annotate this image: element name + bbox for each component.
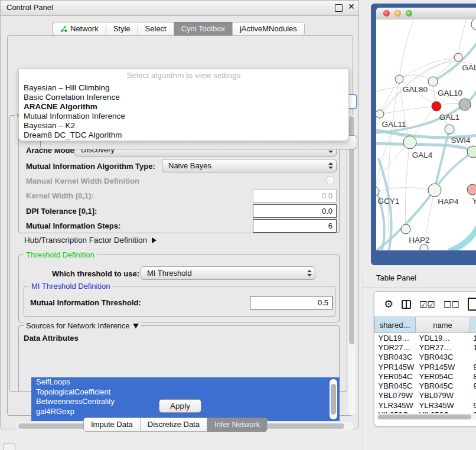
mi-threshold-field[interactable]: 0.5 (250, 296, 332, 309)
table-cell: YBR043C (416, 353, 470, 362)
minimize-window-icon[interactable] (395, 10, 401, 17)
node-bottom[interactable] (420, 244, 428, 250)
mi-threshold-definition-title: MI Threshold Definition (29, 282, 112, 291)
network-window-titlebar[interactable] (376, 8, 476, 20)
algorithm-option-mutual-information-inference[interactable]: Mutual Information Inference (19, 112, 348, 121)
node-salmon[interactable] (467, 184, 476, 195)
attribute-item-topologicalcoefficient[interactable]: TopologicalCoefficient (31, 387, 340, 397)
algorithm-option-bayesian-k2[interactable]: Bayesian – K2 (19, 121, 348, 131)
panel-splitter[interactable] (363, 269, 363, 450)
tab-infer-network[interactable]: Infer Network (207, 418, 268, 432)
attribute-item-selfloops[interactable]: SelfLoops (31, 377, 340, 387)
mi-threshold-definition-group: MI Threshold Definition Mutual Informati… (24, 286, 335, 317)
manual-kernel-checkbox[interactable] (327, 177, 334, 184)
network-edge[interactable] (399, 19, 413, 79)
select-all-icon[interactable]: ☑☑ (419, 300, 435, 309)
network-edge[interactable] (405, 142, 410, 229)
which-threshold-combo[interactable]: MI Threshold (141, 266, 315, 280)
table-row[interactable]: YLR345WYLR345W9. (375, 400, 476, 410)
node-gal-top[interactable] (454, 53, 462, 61)
tab-discretize-data[interactable]: Discretize Data (141, 418, 207, 432)
node-gray[interactable] (459, 99, 471, 110)
dpi-tolerance-field[interactable]: 0.0 (253, 204, 337, 218)
close-panel-icon[interactable]: ✕ (348, 4, 354, 10)
panel-toggle-button[interactable] (4, 444, 15, 450)
table-row[interactable]: YBL079WYBL079W (375, 391, 476, 400)
network-edge[interactable] (433, 43, 476, 81)
algorithm-option-basic-correlation-inference[interactable]: Basic Correlation Inference (19, 93, 348, 102)
apply-button[interactable]: Apply (159, 399, 201, 413)
network-icon (60, 25, 67, 32)
network-edge[interactable] (458, 19, 467, 57)
node-hap4[interactable] (428, 184, 441, 197)
node-green-right[interactable] (467, 146, 476, 158)
node-gal1[interactable] (432, 102, 441, 111)
column-header-a[interactable]: A (470, 317, 476, 333)
settings-vscrollbar[interactable] (348, 115, 356, 415)
node-attribute-table[interactable]: shared…nameA YDL19…YDL19…13YDR27…YDR27…1… (374, 317, 476, 420)
table-row[interactable]: YDR27…YDR27…12 (375, 343, 476, 352)
tab-select-label: Select (145, 22, 167, 35)
attributes-scrollbar-thumb[interactable] (331, 384, 336, 415)
table-hscrollbar[interactable] (376, 413, 476, 420)
network-edge[interactable] (380, 106, 436, 114)
kernel-width-field[interactable]: 0.0 (253, 189, 337, 203)
table-cell: YBR045C (375, 381, 416, 390)
mi-type-combo[interactable]: Naive Bayes (162, 159, 337, 172)
settings-vscrollbar-thumb[interactable] (349, 116, 354, 344)
float-panel-icon[interactable] (335, 4, 343, 12)
sources-title-text: Sources for Network Inference (26, 321, 130, 330)
network-edge[interactable] (449, 227, 476, 250)
tab-cyni-toolbox[interactable]: Cyni Toolbox (174, 22, 233, 36)
table-row[interactable]: YER054CYER054C8. (375, 371, 476, 381)
network-edge[interactable] (435, 152, 472, 190)
table-cell: 9. (470, 400, 476, 410)
tab-style[interactable]: Style (106, 22, 138, 36)
algorithm-option-dream8-dc-tdc-algorithm[interactable]: Dream8 DC_TDC Algorithm (19, 131, 348, 140)
deselect-all-icon[interactable]: ☐☐ (444, 300, 459, 309)
tab-cyni-toolbox-label: Cyni Toolbox (181, 22, 225, 35)
tab-impute-data[interactable]: Impute Data (83, 418, 141, 432)
tab-network[interactable]: Network (53, 22, 106, 36)
mi-steps-field[interactable]: 6 (253, 219, 337, 233)
algorithm-option-aracne-algorithm[interactable]: ARACNE Algorithm (19, 102, 348, 112)
table-cell: 9. (470, 381, 476, 390)
network-canvas[interactable]: GALGAL80GAL10GAL1GAL11SWI4GAL4GCY1HAP4YH… (376, 19, 476, 250)
table-cell: YPR145W (416, 362, 470, 371)
attributes-scrollbar[interactable] (330, 379, 337, 419)
table-cell (470, 391, 476, 400)
column-header-name[interactable]: name (416, 317, 470, 333)
network-edge[interactable] (388, 79, 399, 250)
tab-infer-network-label: Infer Network (214, 418, 260, 431)
table-hscrollbar-thumb[interactable] (378, 415, 471, 419)
tab-select[interactable]: Select (138, 22, 174, 36)
table-row[interactable]: YDL19…YDL19…13 (375, 333, 476, 343)
columns-icon[interactable] (402, 300, 411, 309)
control-panel-titlebar: Control Panel ✕ (1, 1, 358, 16)
node-hap2-label: HAP2 (409, 236, 429, 244)
node-gal11-label: GAL11 (382, 120, 406, 129)
table-row[interactable]: YBR043CYBR043C (375, 353, 476, 362)
sources-title[interactable]: Sources for Network Inference (24, 321, 141, 330)
table-row[interactable]: YBR045CYBR045C9. (375, 381, 476, 390)
node-top-arc[interactable] (471, 19, 476, 30)
algorithm-option-bayesian-hill-climbing[interactable]: Bayesian – Hill Climbing (19, 83, 348, 93)
close-window-icon[interactable] (383, 10, 390, 17)
maximize-window-icon[interactable] (406, 10, 412, 17)
import-table-icon[interactable] (468, 298, 476, 311)
node-gal-top-label: GAL (462, 63, 476, 72)
table-toolbar: ⚙ ☑☑ ☐☐ (374, 292, 476, 317)
column-header-shared-[interactable]: shared… (375, 317, 416, 333)
node-swi4[interactable] (445, 125, 454, 134)
node-gal4[interactable] (403, 136, 416, 149)
node-gal80[interactable] (395, 75, 403, 83)
node-gal11[interactable] (376, 110, 384, 118)
gear-icon[interactable]: ⚙ (384, 299, 393, 309)
control-panel-title: Control Panel (6, 3, 53, 12)
hub-tf-disclosure[interactable]: Hub/Transcription Factor Definition (24, 236, 157, 244)
node-gal10[interactable] (428, 77, 438, 86)
network-edge[interactable] (433, 57, 458, 81)
node-hap2[interactable] (401, 224, 410, 234)
tab-jactivemnodules[interactable]: jActiveMNodules (233, 22, 305, 36)
table-row[interactable]: YPR145WYPR145W9. (375, 362, 476, 371)
